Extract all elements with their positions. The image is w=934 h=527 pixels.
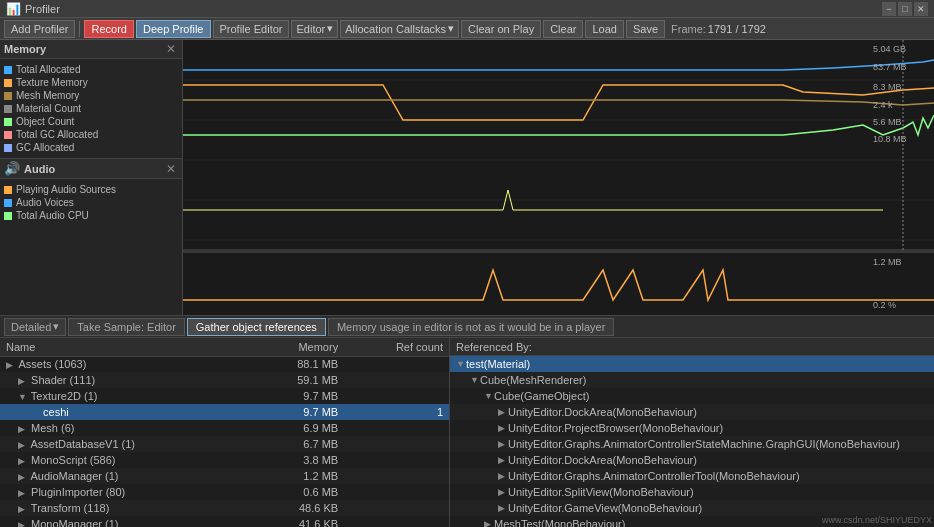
tab-button[interactable]: Memory usage in editor is not as it woul… (328, 318, 614, 336)
memory-legend-item[interactable]: Material Count (4, 102, 178, 115)
bottom-section: Detailed ▾Take Sample: EditorGather obje… (0, 315, 934, 527)
tree-arrow: ▶ (18, 376, 28, 386)
close-button[interactable]: ✕ (914, 2, 928, 16)
tabs-bar: Detailed ▾Take Sample: EditorGather obje… (0, 316, 934, 338)
tree-arrow: ▶ (498, 407, 508, 417)
memory-legend-item[interactable]: GC Allocated (4, 141, 178, 154)
table-row[interactable]: ▶ Shader (111)59.1 MB (0, 372, 449, 388)
table-row[interactable]: ▶ AudioManager (1)1.2 MB (0, 468, 449, 484)
reference-item[interactable]: ▶ UnityEditor.Graphs.AnimatorControllerT… (450, 468, 934, 484)
row-refcount (344, 516, 449, 527)
legend-color (4, 66, 12, 74)
clear-button[interactable]: Clear (543, 20, 583, 38)
frame-value: 1791 / 1792 (708, 23, 766, 35)
audio-legend-item[interactable]: Total Audio CPU (4, 209, 178, 222)
memory-legend-item[interactable]: Total GC Allocated (4, 128, 178, 141)
chart-area: 5.04 GB 83.7 MB 8.3 MB 2.4 k 5.6 MB 10.8… (183, 40, 934, 315)
reference-item[interactable]: ▶ UnityEditor.ProjectBrowser(MonoBehavio… (450, 420, 934, 436)
memory-legend-item[interactable]: Mesh Memory (4, 89, 178, 102)
audio-close-button[interactable]: ✕ (164, 162, 178, 176)
row-memory: 48.6 KB (250, 500, 344, 516)
tree-arrow: ▶ (498, 455, 508, 465)
col-refcount[interactable]: Ref count (344, 338, 449, 356)
svg-text:0.2 %: 0.2 % (873, 300, 896, 310)
legend-label: Material Count (16, 103, 81, 114)
reference-item[interactable]: ▶ UnityEditor.Graphs.AnimatorControllerS… (450, 436, 934, 452)
row-refcount (344, 500, 449, 516)
row-name: ▶ Mesh (6) (0, 420, 250, 436)
row-memory: 1.2 MB (250, 468, 344, 484)
profile-editor-button[interactable]: Profile Editor (213, 20, 290, 38)
reference-items: ▼ test(Material)▼ Cube(MeshRenderer)▼ Cu… (450, 356, 934, 527)
tree-arrow: ▼ (470, 375, 480, 385)
ref-item-name: Cube(GameObject) (494, 390, 589, 402)
table-row[interactable]: ceshi9.7 MB1 (0, 404, 449, 420)
save-button[interactable]: Save (626, 20, 665, 38)
reference-item[interactable]: ▼ Cube(MeshRenderer) (450, 372, 934, 388)
row-name: ▶ AssetDatabaseV1 (1) (0, 436, 250, 452)
legend-color (4, 92, 12, 100)
load-button[interactable]: Load (585, 20, 623, 38)
legend-label: Total Allocated (16, 64, 81, 75)
memory-title: Memory (4, 43, 46, 55)
row-refcount (344, 468, 449, 484)
tree-arrow: ▶ (498, 471, 508, 481)
tree-arrow: ▶ (498, 503, 508, 513)
memory-legend-item[interactable]: Total Allocated (4, 63, 178, 76)
ref-item-name: test(Material) (466, 358, 530, 370)
table-row[interactable]: ▶ PluginImporter (80)0.6 MB (0, 484, 449, 500)
legend-color (4, 118, 12, 126)
tab-button[interactable]: Take Sample: Editor (68, 318, 184, 336)
table-row[interactable]: ▶ AssetDatabaseV1 (1)6.7 MB (0, 436, 449, 452)
tree-arrow: ▶ (18, 424, 28, 434)
legend-color (4, 105, 12, 113)
ref-item-name: UnityEditor.DockArea(MonoBehaviour) (508, 406, 697, 418)
minimize-button[interactable]: − (882, 2, 896, 16)
title-bar: 📊 Profiler − □ ✕ (0, 0, 934, 18)
frame-label: Frame: (671, 23, 706, 35)
table-row[interactable]: ▶ MonoManager (1)41.6 KB (0, 516, 449, 527)
table-row[interactable]: ▶ MonoScript (586)3.8 MB (0, 452, 449, 468)
memory-legend-item[interactable]: Texture Memory (4, 76, 178, 89)
ref-item-name: UnityEditor.GameView(MonoBehaviour) (508, 502, 702, 514)
reference-item[interactable]: ▶ UnityEditor.GameView(MonoBehaviour) (450, 500, 934, 516)
col-memory[interactable]: Memory (250, 338, 344, 356)
allocation-callstacks-dropdown[interactable]: Allocation Callstacks ▾ (340, 20, 459, 38)
table-row[interactable]: ▶ Mesh (6)6.9 MB (0, 420, 449, 436)
tree-arrow: ▼ (456, 359, 466, 369)
reference-item[interactable]: ▶ UnityEditor.DockArea(MonoBehaviour) (450, 404, 934, 420)
maximize-button[interactable]: □ (898, 2, 912, 16)
memory-legend: Total AllocatedTexture MemoryMesh Memory… (0, 59, 182, 158)
legend-color (4, 199, 12, 207)
memory-legend-item[interactable]: Object Count (4, 115, 178, 128)
row-name: ▶ AudioManager (1) (0, 468, 250, 484)
table-row[interactable]: ▶ Transform (118)48.6 KB (0, 500, 449, 516)
tab-dropdown[interactable]: Detailed ▾ (4, 318, 66, 336)
reference-item[interactable]: ▼ Cube(GameObject) (450, 388, 934, 404)
memory-close-button[interactable]: ✕ (164, 42, 178, 56)
memory-panel-header: Memory ✕ (0, 40, 182, 59)
reference-item[interactable]: ▶ UnityEditor.SplitView(MonoBehaviour) (450, 484, 934, 500)
clear-on-play-button[interactable]: Clear on Play (461, 20, 541, 38)
reference-item[interactable]: ▼ test(Material) (450, 356, 934, 372)
deep-profile-button[interactable]: Deep Profile (136, 20, 211, 38)
legend-label: Audio Voices (16, 197, 74, 208)
legend-color (4, 131, 12, 139)
record-button[interactable]: Record (84, 20, 133, 38)
add-profiler-button[interactable]: Add Profiler (4, 20, 75, 38)
table-row[interactable]: ▶ Assets (1063)88.1 MB (0, 356, 449, 372)
editor-dropdown[interactable]: Editor ▾ (291, 20, 338, 38)
row-refcount (344, 436, 449, 452)
svg-text:8.3 MB: 8.3 MB (873, 82, 902, 92)
reference-item[interactable]: ▶ UnityEditor.DockArea(MonoBehaviour) (450, 452, 934, 468)
audio-legend-item[interactable]: Audio Voices (4, 196, 178, 209)
tree-arrow: ▶ (18, 472, 28, 482)
tree-arrow: ▶ (18, 520, 28, 527)
table-row[interactable]: ▼ Texture2D (1)9.7 MB (0, 388, 449, 404)
tab-button[interactable]: Gather object references (187, 318, 326, 336)
row-refcount (344, 420, 449, 436)
row-name: ▶ Shader (111) (0, 372, 250, 388)
col-name[interactable]: Name (0, 338, 250, 356)
audio-legend-item[interactable]: Playing Audio Sources (4, 183, 178, 196)
row-refcount (344, 388, 449, 404)
